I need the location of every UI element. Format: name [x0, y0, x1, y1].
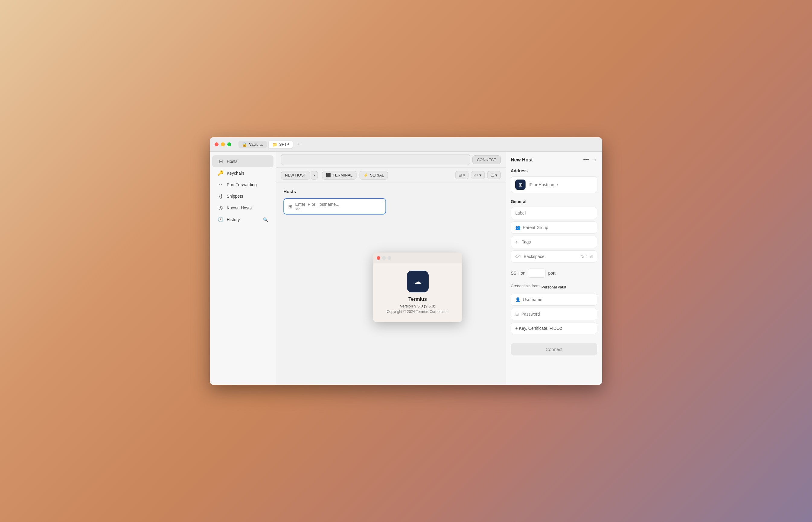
- sidebar-item-port-forwarding-label: Port Forwarding: [227, 182, 268, 187]
- sidebar-item-snippets[interactable]: {} Snippets: [212, 190, 274, 202]
- port-label: port: [548, 270, 555, 276]
- connect-button[interactable]: CONNECT: [472, 155, 501, 164]
- known-hosts-icon: ◎: [218, 205, 224, 210]
- tab-vault[interactable]: 🔒 Vault ☁: [238, 141, 267, 148]
- sidebar-item-keychain-label: Keychain: [227, 171, 268, 176]
- toolbar: NEW HOST ▾ ⬛ TERMINAL ⚡ SERIAL ⊞ ▾ 🏷: [276, 168, 506, 183]
- minimize-button[interactable]: [221, 142, 225, 146]
- sidebar: ⊞ Hosts 🔑 Keychain ↔ Port Forwarding {} …: [210, 152, 276, 385]
- titlebar: 🔒 Vault ☁ 📁 SFTP +: [210, 137, 602, 152]
- connect-input[interactable]: [281, 154, 470, 165]
- sidebar-item-known-hosts[interactable]: ◎ Known Hosts: [212, 202, 274, 214]
- tabs-area: 🔒 Vault ☁ 📁 SFTP +: [238, 140, 303, 149]
- about-copyright: Copyright © 2024 Termius Corporation: [387, 309, 449, 314]
- tags-field: 🏷: [511, 236, 597, 248]
- about-dialog: ☁ Termius Version 9.5.0 (9.5.0) Copyrigh…: [373, 253, 462, 322]
- ssh-label: SSH on: [511, 270, 525, 276]
- monitor-icon: ⊞: [519, 182, 522, 188]
- new-host-title: New Host: [511, 157, 533, 163]
- main-content: ⊞ Hosts 🔑 Keychain ↔ Port Forwarding {} …: [210, 152, 602, 385]
- tag-icon: 🏷: [474, 173, 478, 177]
- right-panel: New Host ••• → Address ⊞ General: [506, 152, 602, 385]
- sidebar-item-port-forwarding[interactable]: ↔ Port Forwarding: [212, 179, 274, 190]
- about-minimize-button[interactable]: [382, 256, 386, 260]
- history-search-icon[interactable]: 🔍: [263, 217, 268, 222]
- credentials-vault: Personal vault: [541, 285, 566, 289]
- view-tag-button[interactable]: 🏷 ▾: [471, 171, 485, 179]
- vault-icon: 🔒: [242, 142, 247, 147]
- hosts-section-title: Hosts: [283, 189, 498, 194]
- backspace-input[interactable]: [524, 254, 578, 259]
- about-version: Version 9.5.0 (9.5.0): [400, 304, 435, 308]
- new-host-button[interactable]: NEW HOST: [281, 171, 310, 180]
- password-input[interactable]: [521, 312, 593, 317]
- new-host-dropdown[interactable]: ▾: [311, 171, 318, 180]
- credentials-from-label: Credentials from: [511, 284, 539, 288]
- connect-main-button[interactable]: Connect: [511, 343, 597, 356]
- history-icon: 🕐: [218, 217, 224, 222]
- host-search-sub: ssh: [295, 207, 348, 211]
- keychain-icon: 🔑: [218, 170, 224, 176]
- terminal-icon: ⬛: [326, 173, 331, 177]
- add-tab-button[interactable]: +: [295, 140, 303, 149]
- view-list-button[interactable]: ☰ ▾: [487, 171, 501, 179]
- sidebar-item-history-label: History: [227, 217, 260, 222]
- center-panel: CONNECT NEW HOST ▾ ⬛ TERMINAL ⚡ SERIAL ⊞…: [276, 152, 506, 385]
- snippets-icon: {}: [218, 194, 224, 199]
- general-section: General 👥 🏷 ⌫ Default: [511, 199, 597, 262]
- password-icon: ⊞: [515, 312, 519, 317]
- key-add-row[interactable]: + Key, Certificate, FIDO2: [511, 323, 597, 334]
- host-search-bar[interactable]: ⊞ ssh: [283, 198, 386, 215]
- sidebar-item-keychain[interactable]: 🔑 Keychain: [212, 167, 274, 179]
- backspace-value: Default: [580, 254, 593, 259]
- address-icon: ⊞: [515, 180, 526, 190]
- label-input[interactable]: [515, 210, 593, 216]
- ssh-port-input[interactable]: 22: [528, 268, 546, 278]
- parent-group-input[interactable]: [523, 225, 593, 230]
- tags-input[interactable]: [522, 240, 593, 244]
- key-add-label: + Key, Certificate, FIDO2: [515, 326, 562, 331]
- address-section-title: Address: [511, 168, 597, 173]
- about-app-name: Termius: [409, 297, 427, 302]
- backspace-field: ⌫ Default: [511, 250, 597, 262]
- about-dialog-titlebar: [373, 253, 462, 263]
- maximize-button[interactable]: [227, 142, 231, 146]
- tab-vault-label: Vault: [249, 142, 258, 147]
- about-close-button[interactable]: [377, 256, 380, 260]
- close-button[interactable]: [215, 142, 219, 146]
- sidebar-item-history[interactable]: 🕐 History 🔍: [212, 214, 274, 225]
- serial-button[interactable]: ⚡ SERIAL: [359, 171, 388, 180]
- traffic-lights: [215, 142, 231, 146]
- tab-sftp[interactable]: 📁 SFTP: [269, 141, 293, 148]
- connect-bar: CONNECT: [276, 152, 506, 168]
- username-input[interactable]: [523, 297, 593, 302]
- ssh-row: SSH on 22 port: [511, 268, 597, 278]
- right-panel-header: New Host ••• →: [511, 157, 597, 163]
- termius-cloud-svg: ☁: [411, 275, 424, 288]
- tags-icon: 🏷: [515, 240, 519, 244]
- sftp-icon: 📁: [272, 142, 277, 147]
- host-search-input[interactable]: [295, 202, 348, 207]
- host-search-icon: ⊞: [288, 204, 292, 209]
- sidebar-item-hosts[interactable]: ⊞ Hosts: [212, 155, 274, 167]
- sidebar-item-snippets-label: Snippets: [227, 194, 268, 199]
- sidebar-item-known-hosts-label: Known Hosts: [227, 205, 268, 210]
- port-forwarding-icon: ↔: [218, 182, 224, 187]
- about-dialog-body: ☁ Termius Version 9.5.0 (9.5.0) Copyrigh…: [373, 263, 462, 322]
- username-icon: 👤: [515, 297, 520, 302]
- cloud-icon: ☁: [260, 142, 263, 147]
- svg-text:☁: ☁: [414, 278, 421, 285]
- about-app-icon: ☁: [407, 270, 429, 293]
- view-grid-button[interactable]: ⊞ ▾: [455, 171, 469, 179]
- forward-button[interactable]: →: [592, 157, 597, 163]
- terminal-button[interactable]: ⬛ TERMINAL: [322, 171, 356, 180]
- more-options-button[interactable]: •••: [583, 157, 589, 163]
- parent-group-icon: 👥: [515, 225, 520, 230]
- username-field: 👤: [511, 294, 597, 306]
- about-maximize-button[interactable]: [388, 256, 391, 260]
- general-section-title: General: [511, 199, 597, 204]
- serial-icon: ⚡: [363, 173, 368, 177]
- grid-icon: ⊞: [458, 173, 462, 177]
- address-input[interactable]: [529, 182, 593, 187]
- parent-group-field: 👥: [511, 221, 597, 234]
